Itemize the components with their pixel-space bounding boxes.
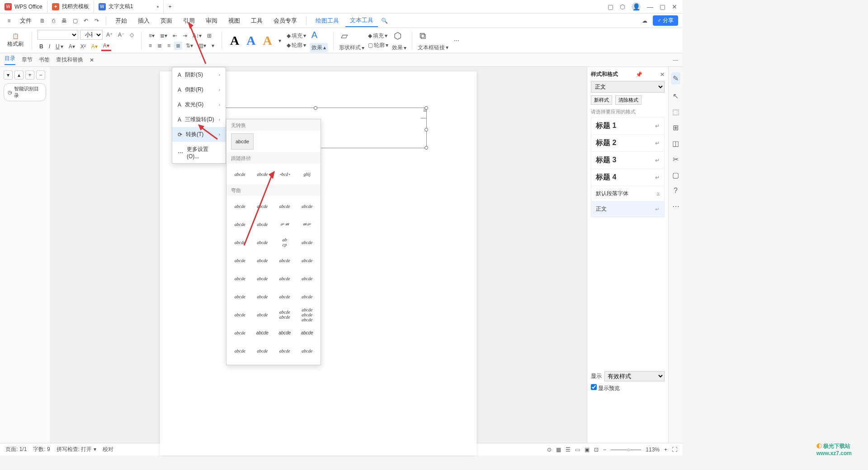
shape-style-icon[interactable]: ▱	[339, 29, 364, 42]
warp-35[interactable]: abcde	[274, 342, 296, 359]
wordart-style-1[interactable]: A	[227, 33, 242, 48]
save-icon[interactable]: 🗎	[38, 16, 47, 25]
tab-document[interactable]: W 文字文稿1 •	[94, 0, 164, 13]
warp-13[interactable]: abcde	[229, 252, 251, 269]
align-right[interactable]: ≡	[165, 42, 172, 50]
warp-21[interactable]: abcde	[229, 288, 251, 305]
warp-23[interactable]: abcde	[274, 288, 296, 305]
menu-start[interactable]: 开始	[111, 15, 132, 27]
menu-file[interactable]: 文件	[15, 15, 36, 27]
window-close-icon[interactable]: ✕	[672, 3, 677, 10]
text-effect-icon[interactable]: A	[310, 29, 328, 41]
effect-transform[interactable]: ⟳转换(T)›	[172, 127, 226, 142]
effect-reflection[interactable]: A倒影(R)›	[172, 82, 226, 97]
print-icon[interactable]: 🖶	[60, 16, 69, 25]
view-mode-5-icon[interactable]: ▣	[585, 446, 590, 453]
text-outline[interactable]: ◆ 轮廓▾	[287, 42, 306, 49]
font-size-select[interactable]: 小初	[80, 30, 103, 40]
warp-26[interactable]: abcde	[252, 306, 274, 323]
warp-29[interactable]: abcde	[229, 324, 251, 341]
expand-button[interactable]: ▴	[14, 70, 24, 80]
menu-draw[interactable]: 绘图工具	[311, 15, 344, 27]
format-brush[interactable]: 📋 格式刷	[5, 32, 26, 49]
preview-checkbox[interactable]	[591, 384, 597, 390]
highlight-button[interactable]: A▾	[90, 42, 99, 51]
view-mode-2-icon[interactable]: ▦	[556, 446, 561, 453]
warp-32[interactable]: abcde	[297, 324, 318, 341]
shape-outline[interactable]: ▢ 轮廓▾	[368, 42, 388, 49]
path-arc-up[interactable]: abcde	[229, 165, 251, 183]
avatar-icon[interactable]: 👤	[632, 2, 641, 11]
bold-button[interactable]: B	[38, 42, 45, 51]
align-left[interactable]: ≡	[147, 42, 154, 50]
view-mode-3-icon[interactable]: ☰	[566, 446, 571, 453]
underline-button[interactable]: U▾	[54, 42, 65, 51]
textbox-control-1[interactable]: ≡	[423, 107, 427, 114]
strike-button[interactable]: A▾	[67, 42, 77, 51]
tab-template[interactable]: ✦ 找稻壳模板	[47, 0, 94, 13]
window-icon-2[interactable]: ⬡	[620, 3, 625, 10]
redo-icon[interactable]: ↷	[92, 16, 101, 25]
warp-6[interactable]: abcde	[252, 216, 274, 233]
effect-shadow[interactable]: A阴影(S)›	[172, 67, 226, 82]
strip-tool2-icon[interactable]: ▢	[672, 171, 679, 179]
wordart-more[interactable]: ▾	[277, 37, 283, 45]
nav-findrepl[interactable]: 查找和替换	[56, 56, 83, 64]
strip-pencil-icon[interactable]: ✎	[671, 72, 680, 85]
undo-icon[interactable]: ↶	[81, 16, 90, 25]
textbox-link-icon[interactable]: ⧉	[418, 30, 448, 42]
maximize-icon[interactable]: ▢	[660, 3, 665, 10]
nav-toc[interactable]: 目录	[5, 55, 15, 65]
align-justify[interactable]: ≣	[174, 42, 182, 50]
view-mode-1-icon[interactable]: ⊙	[547, 446, 552, 453]
warp-18[interactable]: abcde	[252, 270, 274, 287]
strip-select-icon[interactable]: ⬚	[672, 108, 679, 116]
status-page[interactable]: 页面: 1/1	[5, 446, 27, 453]
font-decrease[interactable]: A⁻	[116, 31, 126, 39]
wordart-style-3[interactable]: A	[260, 33, 275, 48]
warp-8[interactable]: ൝൞	[297, 216, 318, 233]
new-tab[interactable]: +	[164, 0, 176, 13]
menu-review[interactable]: 审阅	[201, 15, 222, 27]
clear-format-button[interactable]: 清除格式	[615, 95, 642, 105]
align-center[interactable]: ≣	[156, 42, 164, 50]
warp-27[interactable]: abcdeabcde	[274, 306, 296, 323]
warp-14[interactable]: abcde	[252, 252, 274, 269]
path-arc-down[interactable]: abcde	[252, 165, 274, 183]
strip-more-icon[interactable]: ⋯	[672, 202, 679, 211]
fit-button[interactable]: ⛶	[672, 446, 677, 453]
menu-hamburger-icon[interactable]: ≡	[5, 16, 14, 25]
warp-12[interactable]: abcde	[297, 234, 318, 251]
border[interactable]: ▾	[210, 42, 216, 50]
zoom-in-button[interactable]: +	[664, 446, 667, 453]
indent-increase[interactable]: ⇥	[181, 32, 189, 40]
warp-7[interactable]: ൞൝	[274, 216, 296, 233]
strip-settings-icon[interactable]: ⊞	[673, 123, 679, 132]
tab-home[interactable]: W WPS Office	[0, 0, 47, 13]
warp-19[interactable]: abcde	[274, 270, 296, 287]
warp-11[interactable]: abcp	[274, 234, 296, 251]
menu-ref[interactable]: 引用	[179, 15, 199, 27]
warp-25[interactable]: abcde	[229, 306, 251, 323]
add-button[interactable]: +	[25, 70, 34, 80]
path-button[interactable]: ghij	[297, 165, 318, 183]
effect-more[interactable]: ⋯更多设置(O)...	[172, 142, 226, 163]
nav-bookmark[interactable]: 书签	[39, 56, 50, 64]
strip-layers-icon[interactable]: ◫	[672, 139, 679, 148]
shape-fill[interactable]: ◆ 填充▾	[368, 32, 388, 40]
warp-17[interactable]: abcde	[229, 270, 251, 287]
new-style-button[interactable]: 新样式	[591, 95, 612, 105]
warp-34[interactable]: abcde	[252, 342, 274, 359]
columns[interactable]: ▥▾	[197, 42, 208, 50]
font-increase[interactable]: A⁺	[104, 31, 114, 39]
remove-button[interactable]: −	[36, 70, 45, 80]
status-proof[interactable]: 校对	[103, 446, 113, 453]
textbox-control-2[interactable]: —	[420, 114, 427, 121]
panel-close-icon[interactable]: ✕	[660, 71, 665, 78]
numbering-button[interactable]: ≣▾	[158, 32, 169, 40]
shape-effect-dropdown[interactable]: 效果▾	[392, 44, 406, 52]
menu-insert[interactable]: 插入	[133, 15, 154, 27]
text-fill[interactable]: ◆ 填充▾	[287, 32, 306, 40]
warp-24[interactable]: abcde	[297, 288, 318, 305]
view-mode-4-icon[interactable]: ▭	[575, 446, 580, 453]
